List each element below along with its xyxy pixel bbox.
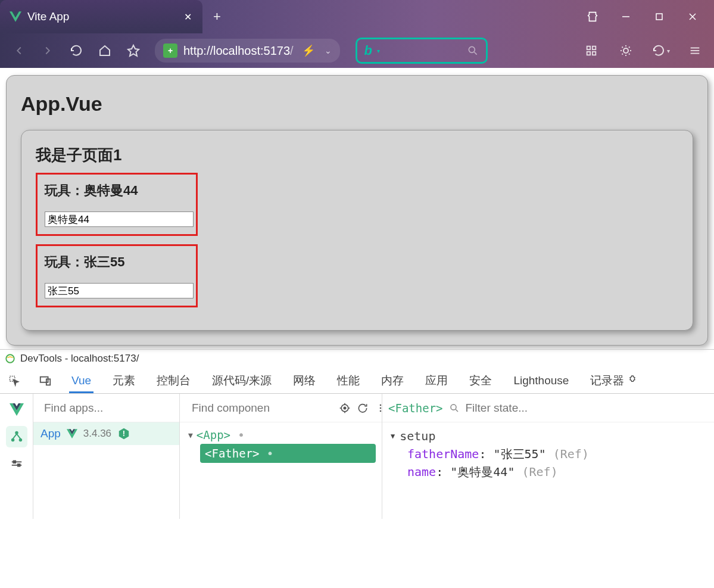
apps-grid-icon[interactable] [579, 39, 603, 63]
reload-button[interactable] [64, 39, 88, 63]
tab-application[interactable]: 应用 [423, 367, 450, 394]
ie-icon [5, 353, 15, 364]
vue-icon [10, 11, 21, 22]
svg-point-49 [451, 405, 456, 410]
apps-column: App 3.4.36 ! [33, 394, 180, 519]
tab-elements[interactable]: 元素 [110, 367, 138, 394]
bolt-icon[interactable]: ⚡ [302, 44, 315, 57]
apps-search-input[interactable] [44, 402, 185, 415]
search-icon[interactable] [467, 45, 479, 57]
state-key: fatherName [407, 447, 479, 461]
toy-input-1[interactable] [45, 211, 194, 227]
state-body: ▼ setup fatherName: "张三55" (Ref) name: "… [382, 422, 714, 486]
minimize-icon[interactable] [619, 10, 633, 24]
app-label: App [40, 427, 61, 440]
tree-node-app[interactable]: ▼ <App> • [186, 426, 376, 444]
vue-logo-icon[interactable] [6, 399, 27, 420]
svg-line-50 [456, 409, 458, 412]
search-engine-dropdown-icon[interactable]: ▾ [377, 48, 380, 54]
tree-node-father[interactable]: <Father> • [200, 444, 376, 463]
tree-tag: <App> [197, 428, 230, 441]
toy-input-2[interactable] [45, 283, 194, 298]
tab-sources[interactable]: 源代码/来源 [210, 367, 274, 394]
devtools-title-text: DevTools - localhost:5173/ [20, 353, 139, 365]
svg-point-47 [380, 407, 382, 409]
window-controls [571, 0, 714, 33]
search-box[interactable]: b ▾ [356, 38, 488, 64]
state-row[interactable]: fatherName: "张三55" (Ref) [407, 445, 706, 463]
vue-small-icon [67, 429, 77, 438]
tree-tag: <Father> [205, 447, 260, 460]
svg-point-11 [623, 48, 628, 53]
devtools-body: App 3.4.36 ! ▼ <App> • <F [0, 394, 714, 519]
fragment-dot-icon: • [238, 428, 245, 442]
setup-label: setup [400, 427, 435, 445]
url-dropdown-icon[interactable]: ⌄ [325, 46, 332, 55]
svg-rect-32 [13, 461, 15, 463]
apps-search [33, 394, 179, 422]
tab-memory[interactable]: 内存 [379, 367, 406, 394]
timeline-icon[interactable] [6, 453, 27, 475]
tab-performance[interactable]: 性能 [335, 367, 362, 394]
refresh-icon[interactable] [357, 401, 369, 415]
devtools-titlebar: DevTools - localhost:5173/ [0, 350, 714, 368]
device-icon[interactable] [38, 374, 52, 388]
target-icon[interactable] [339, 401, 351, 415]
forward-button[interactable] [36, 39, 60, 63]
site-shield-icon[interactable]: + [163, 43, 177, 58]
app-list-item[interactable]: App 3.4.36 ! [33, 422, 179, 445]
extension-icon[interactable] [585, 10, 600, 24]
new-tab-button[interactable]: + [213, 9, 221, 24]
child-card: 我是子页面1 玩具：奥特曼44 玩具：张三55 [21, 130, 693, 331]
tab-vue[interactable]: Vue [69, 368, 93, 393]
svg-rect-1 [656, 14, 662, 20]
svg-point-5 [469, 46, 475, 52]
vue-version: 3.4.36 [83, 428, 111, 440]
components-tree-icon[interactable] [6, 426, 27, 447]
svg-point-27 [15, 432, 18, 434]
svg-point-46 [380, 404, 382, 406]
tab-recorder[interactable]: 记录器 [588, 367, 639, 394]
tab-network[interactable]: 网络 [291, 367, 318, 394]
tab-console[interactable]: 控制台 [154, 367, 193, 394]
favorite-button[interactable] [121, 39, 145, 63]
maximize-icon[interactable] [652, 10, 666, 24]
state-value: "奥特曼44" [450, 465, 515, 479]
home-button[interactable] [93, 39, 117, 63]
address-bar[interactable]: + http://localhost:5173/ ⚡ ⌄ [155, 39, 340, 63]
menu-icon[interactable] [683, 39, 707, 63]
url-text: http://localhost:5173/ [183, 44, 294, 58]
tab-security[interactable]: 安全 [467, 367, 494, 394]
tab-title: Vite App [27, 10, 176, 23]
svg-point-41 [344, 407, 345, 409]
svg-point-28 [11, 439, 14, 441]
svg-rect-7 [587, 46, 591, 50]
svg-line-19 [629, 47, 630, 48]
state-row[interactable]: name: "奥特曼44" (Ref) [407, 463, 706, 481]
history-icon[interactable]: ▾ [648, 39, 672, 63]
state-column: <Father> ▼ setup fatherName: "张三55" (Ref… [382, 394, 714, 519]
components-toolbar [180, 394, 382, 422]
setup-section[interactable]: ▼ setup [391, 427, 706, 445]
selected-component-label: <Father> [388, 402, 443, 415]
inspect-icon[interactable] [7, 374, 21, 388]
page-title: App.Vue [21, 90, 693, 130]
tab-lighthouse[interactable]: Lighthouse [511, 368, 571, 393]
state-filter-input[interactable] [466, 402, 708, 415]
close-tab-icon[interactable]: ✕ [182, 11, 193, 22]
fragment-dot-icon: • [267, 446, 274, 461]
svg-rect-33 [17, 464, 20, 466]
components-search-input[interactable] [192, 402, 333, 415]
toolbar-right: ▾ [579, 39, 707, 63]
caret-down-icon: ▼ [391, 431, 395, 441]
close-window-icon[interactable] [685, 10, 700, 24]
svg-rect-10 [593, 52, 596, 55]
svg-line-16 [622, 47, 623, 48]
app-card: App.Vue 我是子页面1 玩具：奥特曼44 玩具：张三55 [6, 75, 708, 346]
browser-tab[interactable]: Vite App ✕ [0, 0, 202, 33]
theme-icon[interactable] [614, 39, 638, 63]
svg-line-17 [629, 54, 630, 55]
state-ref: (Ref) [522, 465, 557, 479]
back-button[interactable] [7, 39, 31, 63]
svg-line-6 [474, 52, 476, 55]
